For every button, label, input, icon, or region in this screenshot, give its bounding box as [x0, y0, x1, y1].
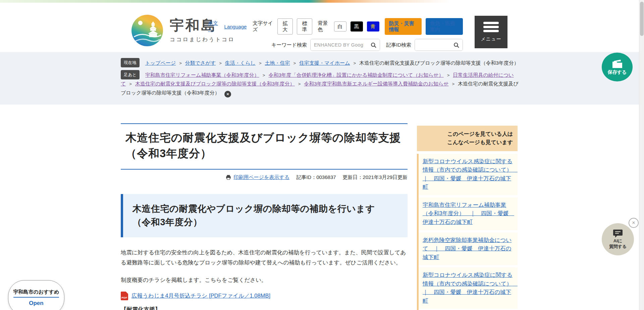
skip-to-content-link[interactable]: 本文へ: [208, 20, 220, 33]
article-id: 記事ID：0036837: [296, 174, 336, 181]
related-page-item: 新型コロナウイルス感染症に関する情報（市内での感染確認について） ｜ 四国・愛媛…: [419, 154, 518, 195]
related-pages-list: 新型コロナウイルス感染症に関する情報（市内での感染確認について） ｜ 四国・愛媛…: [417, 154, 518, 310]
bg-blue-button[interactable]: 青: [367, 21, 379, 32]
keyword-search-input[interactable]: [311, 39, 367, 51]
title-divider-bottom: [121, 169, 408, 170]
breadcrumb-band: 現在地トップページ分類でさがす生活・くらし土地・住宅住宅支援・マイホーム木造住宅…: [0, 52, 644, 105]
updated-date: 更新日：2021年3月29日更新: [343, 174, 408, 181]
header-controls: 本文へ Language 文字サイズ 拡大 標準 背景色 白 黒 青 防災・災害…: [208, 18, 463, 51]
footprint-link[interactable]: 令和3年度宇和島市新エネルギー設備等導入費補助金のお知らせ: [304, 81, 448, 86]
bg-white-button[interactable]: 白: [334, 21, 346, 32]
footprints-breadcrumb: 足あと宇和島市住宅リフォーム補助事業（令和3年度分）令和3年度「合併処理浄化槽」…: [121, 70, 520, 98]
city-recommend-popup: 宇和島市のおすすめ Open: [8, 280, 64, 310]
breadcrumb-current-page: 木造住宅の耐震化支援及びブロック塀等の除却等支援（令和3年度分）: [359, 60, 519, 66]
recommend-title: 宇和島市のおすすめ: [13, 289, 59, 298]
breadcrumb-link[interactable]: トップページ: [145, 60, 176, 66]
close-ai-button-icon[interactable]: [629, 218, 639, 228]
vertical-scrollbar[interactable]: [639, 0, 644, 310]
footprint-link[interactable]: 令和3年度「合併処理浄化槽」設置にかかる補助金制度について（お知らせ）: [268, 72, 443, 78]
section-heading: 木造住宅の耐震化やブロック塀の除却等の補助を行います （令和3年度分）: [121, 194, 408, 237]
save-page-button[interactable]: 保存する: [602, 53, 633, 81]
article-meta-row: 印刷用ページを表示する 記事ID：0036837 更新日：2021年3月29日更…: [121, 174, 408, 181]
printer-icon: [225, 174, 231, 180]
footprints-links: 宇和島市住宅リフォーム補助事業（令和3年度分）令和3年度「合併処理浄化槽」設置に…: [121, 72, 514, 87]
related-page-link[interactable]: 老朽危険空家除却事業補助金について ｜ 四国・愛媛 伊達十万石の城下町: [423, 237, 512, 260]
breadcrumb: 現在地トップページ分類でさがす生活・くらし土地・住宅住宅支援・マイホーム木造住宅…: [121, 58, 520, 68]
pdf-link-row: PDF 広報うわじま4月号折込チラシ [PDFファイル／1.08MB]: [121, 292, 408, 300]
page-title: 木造住宅の耐震化支援及びブロック塀等の除却等支援 （令和3年度分）: [125, 130, 408, 162]
related-page-item: 老朽危険空家除却事業補助金について ｜ 四国・愛媛 伊達十万石の城下町: [419, 233, 518, 265]
breadcrumb-link[interactable]: 住宅支援・マイホーム: [299, 60, 350, 66]
breadcrumb-separator: [354, 61, 356, 66]
breadcrumb-separator: [259, 61, 262, 66]
flyer-paragraph: 制度概要のチラシを掲載します。こちらをご覧ください。: [121, 275, 408, 285]
related-pages-sidebar: このページを見ている人は こんなページも見ています 新型コロナウイルス感染症に関…: [417, 126, 518, 310]
breadcrumb-link[interactable]: 土地・住宅: [265, 60, 290, 66]
intro-paragraph: 地震に対する住宅の安全性の向上を図るため、木造住宅の耐震化の補助を行っています。…: [121, 247, 408, 267]
font-expand-button[interactable]: 拡大: [277, 18, 293, 35]
pdf-file-icon: PDF: [121, 292, 128, 300]
site-header: 宇和島 ココロまじわうトコロ 本文へ Language 文字サイズ 拡大 標準 …: [0, 3, 644, 52]
breadcrumb-separator: [179, 61, 182, 66]
hamburger-icon: [483, 22, 499, 24]
close-footprints-icon[interactable]: [224, 91, 231, 98]
search-icon: [370, 42, 377, 48]
main-area: 木造住宅の耐震化支援及びブロック塀等の除却等支援 （令和3年度分） 印刷用ページ…: [0, 105, 644, 310]
current-location-badge: 現在地: [121, 58, 140, 67]
breadcrumb-links: トップページ分類でさがす生活・くらし土地・住宅住宅支援・マイホーム: [144, 60, 358, 66]
accessibility-row: 本文へ Language 文字サイズ 拡大 標準 背景色 白 黒 青 防災・災害…: [208, 18, 463, 35]
footprint-link[interactable]: 木造住宅の耐震化支援及びブロック塀等の除却等支援（令和3年度分）: [135, 81, 295, 86]
search-row: キーワード検索 記事ID検索: [208, 39, 463, 51]
related-page-link[interactable]: 新型コロナウイルス感染症に関する情報（市内での感染確認について） ｜ 四国・愛媛…: [423, 272, 518, 304]
related-page-link[interactable]: 宇和島市住宅リフォーム補助事業（令和3年度分） ｜ 四国・愛媛 伊達十万石の城下…: [423, 202, 514, 225]
footprint-separator: [452, 81, 455, 86]
breadcrumb-separator: [293, 61, 296, 66]
breadcrumb-separator: [219, 61, 222, 66]
menu-button[interactable]: メニュー: [475, 16, 507, 48]
font-standard-button[interactable]: 標準: [297, 18, 312, 35]
ask-ai-button[interactable]: AIに 質問する: [602, 223, 634, 255]
bg-black-button[interactable]: 黒: [351, 21, 363, 32]
language-link[interactable]: Language: [224, 24, 247, 29]
footprint-separator: [129, 81, 132, 86]
keyword-search-button[interactable]: [367, 39, 380, 51]
article-content: 木造住宅の耐震化支援及びブロック塀等の除却等支援 （令和3年度分） 印刷用ページ…: [121, 105, 408, 310]
breadcrumb-link[interactable]: 生活・くらし: [225, 60, 256, 66]
keyword-search-label: キーワード検索: [271, 42, 307, 48]
folder-icon: [611, 59, 623, 69]
related-page-item: 宇和島市住宅リフォーム補助事業（令和3年度分） ｜ 四国・愛媛 伊達十万石の城下…: [419, 197, 518, 230]
city-logo-icon: [131, 15, 163, 46]
footprint-separator: [298, 81, 301, 86]
print-page-link[interactable]: 印刷用ページを表示する: [225, 174, 289, 181]
related-pages-header: このページを見ている人は こんなページも見ています: [417, 126, 518, 151]
article-id-search-button[interactable]: [450, 39, 463, 51]
disaster-info-button[interactable]: 防災・災害情報: [385, 18, 422, 35]
footprints-badge: 足あと: [121, 70, 140, 79]
recommend-open-link[interactable]: Open: [29, 300, 43, 307]
related-page-item: 新型コロナウイルス感染症に関する情報（市内での感染確認について） ｜ 四国・愛媛…: [419, 267, 518, 309]
flyer-pdf-link[interactable]: 広報うわじま4月号折込チラシ [PDFファイル／1.08MB]: [131, 292, 270, 300]
menu-label: メニュー: [481, 36, 501, 42]
keyword-search-box: [310, 39, 380, 51]
next-section-heading: 【耐震化支援】: [121, 306, 408, 310]
chat-icon: [612, 229, 623, 238]
font-size-label: 文字サイズ: [253, 20, 273, 33]
footprint-link[interactable]: 宇和島市住宅リフォーム補助事業（令和3年度分）: [145, 72, 259, 78]
article-id-search-box: [415, 39, 463, 51]
article-id-search-label: 記事ID検索: [386, 42, 411, 48]
related-page-link[interactable]: 新型コロナウイルス感染症に関する情報（市内での感染確認について） ｜ 四国・愛媛…: [423, 158, 518, 190]
search-icon: [453, 42, 460, 48]
top-gradient-strip: [0, 0, 644, 3]
article-id-search-input[interactable]: [415, 39, 450, 51]
bg-color-label: 背景色: [318, 20, 330, 33]
save-label: 保存する: [608, 69, 627, 75]
footprint-separator: [447, 73, 450, 78]
title-divider-top: [121, 123, 408, 124]
scrollbar-thumb[interactable]: [640, 2, 644, 36]
footprint-separator: [263, 73, 265, 78]
medical-info-button[interactable]: 救急・医療案内: [426, 18, 463, 35]
ask-ai-label: AIに 質問する: [609, 238, 627, 250]
breadcrumb-link[interactable]: 分類でさがす: [185, 60, 216, 66]
